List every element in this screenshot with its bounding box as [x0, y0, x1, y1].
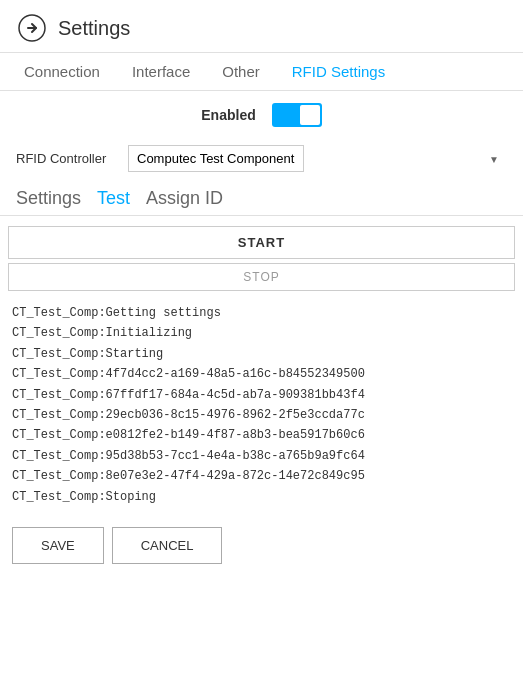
stop-button[interactable]: STOP [8, 263, 515, 291]
cancel-button[interactable]: CANCEL [112, 527, 223, 564]
toggle-handle [300, 105, 320, 125]
action-buttons: START STOP [0, 216, 523, 295]
log-line: CT_Test_Comp:e0812fe2-b149-4f87-a8b3-bea… [12, 425, 511, 445]
header: Settings [0, 0, 523, 53]
tab-rfid-settings[interactable]: RFID Settings [276, 53, 401, 90]
back-arrow-icon[interactable] [16, 12, 48, 44]
log-line: CT_Test_Comp:67ffdf17-684a-4c5d-ab7a-909… [12, 385, 511, 405]
log-line: CT_Test_Comp:Initializing [12, 323, 511, 343]
controller-select[interactable]: Computec Test Component [128, 145, 304, 172]
tab-connection[interactable]: Connection [8, 53, 116, 90]
page-title: Settings [58, 17, 130, 40]
tab-other[interactable]: Other [206, 53, 276, 90]
enabled-row: Enabled [0, 91, 523, 139]
log-line: CT_Test_Comp:95d38b53-7cc1-4e4a-b38c-a76… [12, 446, 511, 466]
sub-tabs: Settings Test Assign ID [0, 178, 523, 216]
log-line: CT_Test_Comp:29ecb036-8c15-4976-8962-2f5… [12, 405, 511, 425]
sub-tab-settings[interactable]: Settings [12, 186, 85, 211]
enabled-label: Enabled [201, 107, 255, 123]
controller-label: RFID Controller [16, 151, 116, 166]
log-line: CT_Test_Comp:4f7d4cc2-a169-48a5-a16c-b84… [12, 364, 511, 384]
bottom-buttons: SAVE CANCEL [0, 515, 523, 576]
tab-interface[interactable]: Interface [116, 53, 206, 90]
nav-tabs: Connection Interface Other RFID Settings [0, 53, 523, 91]
sub-tab-test[interactable]: Test [93, 186, 134, 211]
sub-tab-assign-id[interactable]: Assign ID [142, 186, 227, 211]
log-line: CT_Test_Comp:8e07e3e2-47f4-429a-872c-14e… [12, 466, 511, 486]
controller-row: RFID Controller Computec Test Component [0, 139, 523, 178]
log-area: CT_Test_Comp:Getting settingsCT_Test_Com… [0, 295, 523, 515]
controller-select-wrapper: Computec Test Component [128, 145, 507, 172]
log-line: CT_Test_Comp:Getting settings [12, 303, 511, 323]
enabled-toggle[interactable] [272, 103, 322, 127]
log-line: CT_Test_Comp:Stoping [12, 487, 511, 507]
save-button[interactable]: SAVE [12, 527, 104, 564]
start-button[interactable]: START [8, 226, 515, 259]
log-line: CT_Test_Comp:Starting [12, 344, 511, 364]
